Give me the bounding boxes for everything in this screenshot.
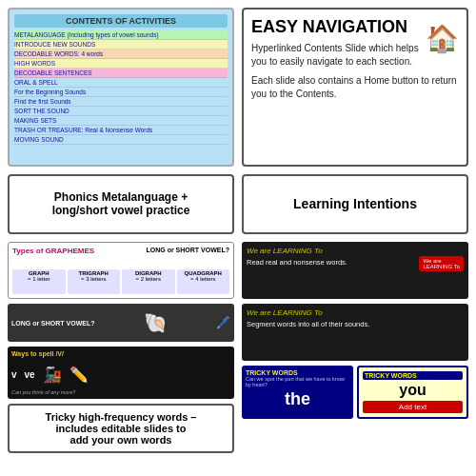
contents-list-item: METALANGUAGE (Including types of vowel s… xyxy=(14,30,228,40)
learning-header-2: We are LEARNING To xyxy=(247,308,464,317)
contents-list-item: DECODABLE WORDS: 4 words xyxy=(14,50,228,59)
tricky-bottom-label: Tricky high-frequency words –includes ed… xyxy=(46,411,197,446)
tricky-panel-left: TRICKY WORDS Can we spot the part that w… xyxy=(242,366,353,419)
graphemes-item: QUADGRAPH= 4 letters xyxy=(177,269,230,294)
train-icon: 🚂 xyxy=(43,366,62,384)
shell-icon: 🐚 xyxy=(144,311,168,334)
learning-box: Learning Intentions xyxy=(242,174,468,235)
tricky-add-text[interactable]: Add text xyxy=(363,401,463,413)
contents-list-item: HIGH WORDS xyxy=(14,59,228,69)
contents-list: METALANGUAGE (Including types of vowel s… xyxy=(14,30,228,145)
vowel-title: LONG or SHORT VOWEL? xyxy=(11,320,95,327)
bottom-row: Types of GRAPHEMES LONG or SHORT VOWEL? … xyxy=(8,242,468,468)
graphemes-panel: Types of GRAPHEMES LONG or SHORT VOWEL? … xyxy=(8,242,234,299)
way-ve: ve xyxy=(25,369,35,380)
ways-content: v ve 🚂 ✏️ xyxy=(11,360,230,389)
learning-intentions-label: Learning Intentions xyxy=(293,196,417,211)
contents-list-item: TRASH OR TREASURE: Real & Nonsense Words xyxy=(14,126,228,135)
learning-panel-2: We are LEARNING To Segment words into al… xyxy=(242,304,468,361)
tricky-subtext-left: Can we spot the part that we have to kno… xyxy=(246,376,349,387)
contents-list-item: SORT THE SOUND xyxy=(14,107,228,116)
contents-title: CONTENTS OF ACTIVITIES xyxy=(14,14,228,28)
graphemes-long-short: LONG or SHORT VOWEL? xyxy=(123,247,230,267)
way-v: v xyxy=(11,369,17,380)
middle-row: Phonics Metalanguage +long/short vowel p… xyxy=(8,174,468,235)
tricky-row: TRICKY WORDS Can we spot the part that w… xyxy=(242,366,468,419)
ways-panel: Ways to spell /V/ v ve 🚂 ✏️ Can you thin… xyxy=(8,347,234,399)
easy-nav-box: EASY NAVIGATION 🏠 Hyperlinked Contents S… xyxy=(242,8,468,167)
tricky-panel-right: TRICKY WORDS you Add text xyxy=(357,366,468,419)
vowel-panel: LONG or SHORT VOWEL? 🐚 🖊️ xyxy=(8,304,234,342)
ways-title: Ways to spell /V/ xyxy=(11,350,230,357)
graphemes-item: DIGRAPH= 2 letters xyxy=(122,269,175,294)
tricky-right-header: TRICKY WORDS xyxy=(363,371,463,380)
right-panels: We are LEARNING To Read real and nonsens… xyxy=(242,242,468,468)
tricky-word-the: the xyxy=(246,387,349,411)
contents-list-item: MAKING SETS xyxy=(14,116,228,126)
contents-list-item: Find the first Sounds xyxy=(14,97,228,107)
house-icon: 🏠 xyxy=(426,23,459,54)
graphemes-item: TRIGRAPH= 3 letters xyxy=(68,269,121,294)
contents-list-item: DECODABLE SENTENCES xyxy=(14,69,228,78)
contents-list-item: INTRODUCE NEW SOUNDS xyxy=(14,40,228,50)
left-panels: Types of GRAPHEMES LONG or SHORT VOWEL? … xyxy=(8,242,234,468)
graphemes-title: Types of GRAPHEMES xyxy=(12,247,120,267)
tricky-right-you: you xyxy=(363,382,463,399)
learning-content-2: Segment words into all of their sounds. xyxy=(247,320,464,330)
graphemes-content: GRAPH= 1 letterTRIGRAPH= 3 lettersDIGRAP… xyxy=(12,269,229,294)
easy-nav-para2: Each slide also contains a Home button t… xyxy=(251,74,459,101)
learning-header-1: We are LEARNING To xyxy=(247,247,464,255)
contents-list-item: MOVING SOUND xyxy=(14,135,228,145)
graphemes-item: GRAPH= 1 letter xyxy=(12,269,66,294)
contents-list-item: ORAL & SPELL xyxy=(14,78,228,88)
pencil-icon: ✏️ xyxy=(69,366,89,384)
contents-list-item: For the Beginning Sounds xyxy=(14,88,228,97)
tricky-bottom-text-box: Tricky high-frequency words –includes ed… xyxy=(8,404,234,453)
phonics-box: Phonics Metalanguage +long/short vowel p… xyxy=(8,174,234,235)
learning-badge-1: We areLEARNING To xyxy=(419,256,464,271)
page-container: CONTENTS OF ACTIVITIES METALANGUAGE (Inc… xyxy=(0,0,476,476)
contents-box: CONTENTS OF ACTIVITIES METALANGUAGE (Inc… xyxy=(8,8,234,167)
phonics-text: Phonics Metalanguage +long/short vowel p… xyxy=(52,190,190,217)
tricky-header-left: TRICKY WORDS xyxy=(246,369,349,376)
learning-panel-1: We are LEARNING To Read real and nonsens… xyxy=(242,242,468,299)
ways-footer: Can you think of any more? xyxy=(11,389,230,395)
